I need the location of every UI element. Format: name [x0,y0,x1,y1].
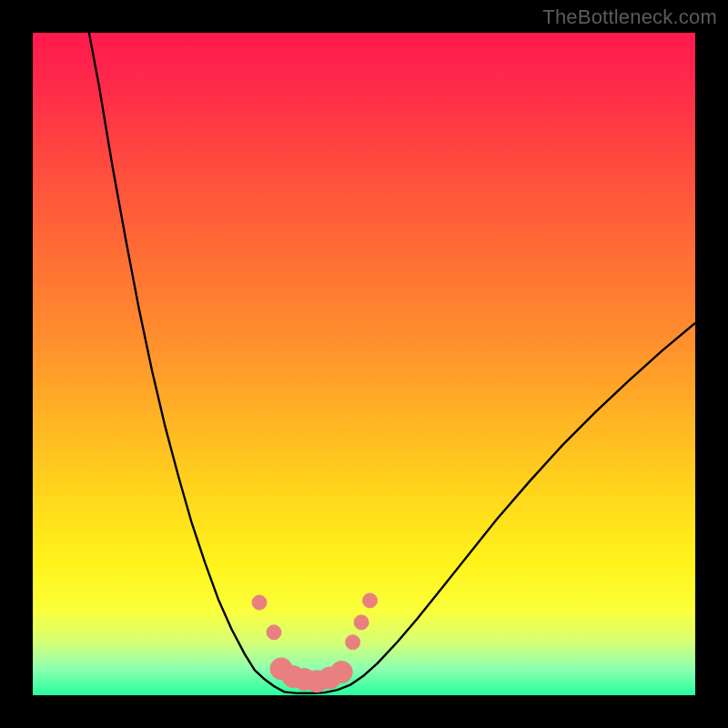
curve-group [89,33,695,693]
bottleneck-curve [89,33,695,693]
watermark-text: TheBottleneck.com [542,5,717,29]
data-marker [267,625,281,640]
data-marker [252,595,267,610]
chart-frame: TheBottleneck.com [0,0,728,728]
data-marker [363,593,378,608]
plot-area [33,33,695,695]
data-marker [330,662,352,683]
data-marker [354,615,369,630]
marker-group [252,593,378,693]
chart-svg [33,33,695,695]
data-marker [346,635,360,650]
